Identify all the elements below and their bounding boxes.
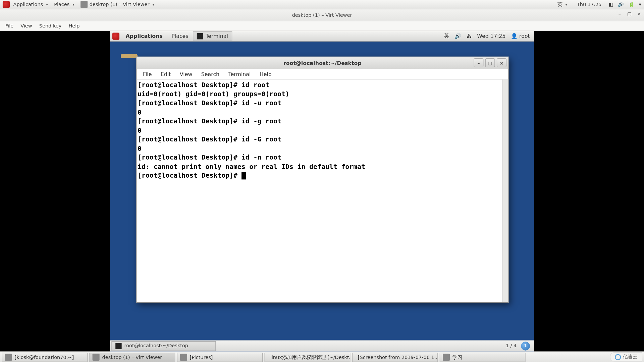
vv-menu-view[interactable]: View: [17, 23, 36, 29]
vv-menu-file[interactable]: File: [2, 23, 17, 29]
watermark-url: https://blog.csdn.net/...: [590, 345, 641, 350]
terminal-menubar: File Edit View Search Terminal Help: [137, 69, 508, 80]
battery-icon[interactable]: 🔋: [628, 2, 634, 7]
virt-viewer-menubar: File View Send key Help: [0, 21, 644, 31]
term-menu-search[interactable]: Search: [197, 71, 224, 77]
terminal-icon: [5, 354, 12, 361]
term-menu-view[interactable]: View: [175, 71, 197, 77]
terminal-window: root@localhost:~/Desktop – ▢ × File Edit…: [136, 57, 508, 303]
guest-user-label: root: [519, 33, 530, 39]
host-task-label: [Screenshot from 2019-07-06 1...: [358, 354, 438, 360]
term-menu-file[interactable]: File: [139, 71, 156, 77]
guest-taskbar-app[interactable]: Terminal: [193, 32, 232, 41]
terminal-titlebar[interactable]: root@localhost:~/Desktop – ▢ ×: [137, 57, 508, 69]
host-active-app-menu[interactable]: desktop (1) – Virt Viewer: [78, 0, 157, 9]
virt-viewer-title: desktop (1) – Virt Viewer: [292, 12, 352, 18]
watermark-brand: 亿速云: [610, 352, 642, 362]
gedit-icon: [443, 354, 450, 361]
workspace-indicator[interactable]: 1 / 4: [506, 343, 517, 349]
guest-network-icon[interactable]: 🖧: [467, 33, 472, 39]
host-applications-menu[interactable]: Applications: [11, 0, 51, 9]
terminal-close-button[interactable]: ×: [497, 58, 506, 67]
guest-task-label: root@localhost:~/Desktop: [124, 343, 188, 349]
notification-badge[interactable]: 1: [521, 342, 530, 350]
terminal-scrollbar[interactable]: [502, 79, 508, 302]
virt-viewer-display[interactable]: Applications Places Terminal 英 🔊 🖧 Wed 1…: [0, 31, 644, 351]
user-icon: 👤: [511, 33, 518, 39]
host-task-label: [Pictures]: [190, 354, 213, 360]
host-places-menu[interactable]: Places: [51, 0, 77, 9]
host-task-label: [kiosk@foundation70:~]: [15, 354, 74, 360]
activities-icon: [3, 1, 10, 8]
brand-logo-icon: [615, 354, 621, 360]
guest-bottom-bar: root@localhost:~/Desktop 1 / 4 1: [110, 340, 534, 351]
host-ime-indicator[interactable]: 英: [555, 0, 570, 9]
volume-icon[interactable]: 🔊: [618, 2, 624, 7]
term-menu-terminal[interactable]: Terminal: [224, 71, 255, 77]
host-task-1[interactable]: desktop (1) – Virt Viewer: [89, 353, 175, 362]
host-task-0[interactable]: [kiosk@foundation70:~]: [2, 353, 88, 362]
guest-top-bar: Applications Places Terminal 英 🔊 🖧 Wed 1…: [110, 31, 534, 42]
host-bottom-bar: [kiosk@foundation70:~] desktop (1) – Vir…: [0, 351, 644, 362]
guest-applications-menu[interactable]: Applications: [121, 31, 167, 42]
host-task-2[interactable]: [Pictures]: [177, 353, 263, 362]
host-top-bar: Applications Places desktop (1) – Virt V…: [0, 0, 644, 9]
minimize-button[interactable]: –: [616, 11, 623, 17]
terminal-output[interactable]: [root@localhost Desktop]# id root uid=0(…: [137, 79, 502, 302]
virt-viewer-icon: [80, 1, 88, 8]
host-task-label: 学习: [452, 354, 462, 361]
folder-icon[interactable]: [121, 54, 138, 58]
brand-label: 亿速云: [623, 354, 638, 360]
virt-viewer-titlebar[interactable]: desktop (1) – Virt Viewer – ▢ ×: [0, 9, 644, 21]
guest-desktop: Applications Places Terminal 英 🔊 🖧 Wed 1…: [110, 31, 534, 351]
host-task-label: linux添加用户及权限管理 (~/Deskt...: [270, 354, 351, 361]
guest-task-terminal[interactable]: root@localhost:~/Desktop: [111, 341, 216, 351]
accessibility-icon[interactable]: ◧: [609, 2, 613, 7]
guest-places-menu[interactable]: Places: [167, 31, 193, 42]
host-task-5[interactable]: 学习: [440, 353, 526, 362]
guest-activities-icon: [112, 33, 119, 40]
files-icon: [180, 354, 187, 361]
terminal-minimize-button[interactable]: –: [474, 58, 483, 67]
guest-clock[interactable]: Wed 17:25: [477, 33, 505, 39]
terminal-icon: [197, 33, 203, 39]
vv-menu-help[interactable]: Help: [65, 23, 83, 29]
vv-menu-sendkey[interactable]: Send key: [36, 23, 65, 29]
guest-user-menu[interactable]: 👤 root: [511, 33, 530, 39]
host-active-app-label: desktop (1) – Virt Viewer: [90, 2, 150, 7]
guest-desktop-area[interactable]: root@localhost:~/Desktop – ▢ × File Edit…: [110, 42, 534, 340]
guest-ime-indicator[interactable]: 英: [444, 32, 449, 40]
term-menu-edit[interactable]: Edit: [156, 71, 175, 77]
maximize-button[interactable]: ▢: [626, 11, 632, 17]
host-task-3[interactable]: linux添加用户及权限管理 (~/Deskt...: [265, 353, 351, 362]
terminal-maximize-button[interactable]: ▢: [485, 58, 495, 67]
terminal-title: root@localhost:~/Desktop: [283, 60, 362, 66]
terminal-icon: [115, 343, 121, 349]
guest-volume-icon[interactable]: 🔊: [454, 33, 461, 39]
host-clock[interactable]: Thu 17:25: [574, 0, 604, 9]
host-task-4[interactable]: [Screenshot from 2019-07-06 1...: [352, 353, 438, 362]
host-task-label: desktop (1) – Virt Viewer: [102, 354, 162, 360]
term-menu-help[interactable]: Help: [255, 71, 276, 77]
close-button[interactable]: ×: [636, 11, 642, 17]
virt-viewer-icon: [93, 354, 100, 361]
power-menu-icon[interactable]: ▾: [639, 2, 641, 7]
virt-viewer-window: desktop (1) – Virt Viewer – ▢ × File Vie…: [0, 9, 644, 352]
guest-taskbar-app-label: Terminal: [206, 33, 228, 39]
